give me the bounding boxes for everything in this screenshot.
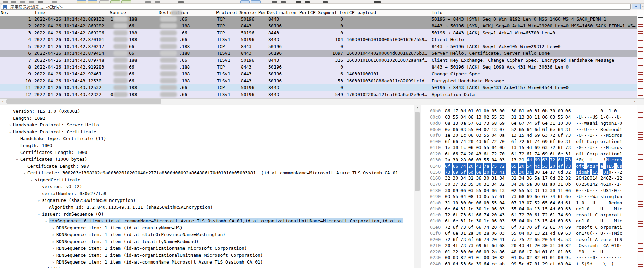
hex-byte[interactable]: 30: [492, 255, 499, 261]
ascii-char[interactable]: 0: [606, 114, 609, 120]
hex-byte[interactable]: 61: [550, 212, 557, 218]
hex-byte[interactable]: 05: [492, 108, 499, 114]
hex-byte[interactable]: 82: [460, 255, 467, 261]
hex-byte[interactable]: 69: [558, 230, 564, 236]
ascii-char[interactable]: S: [595, 114, 598, 120]
ascii-char[interactable]: 4: [595, 175, 598, 181]
ascii-char[interactable]: c: [620, 206, 622, 212]
ascii-char[interactable]: ·: [614, 249, 617, 255]
ascii-char[interactable]: 0: [579, 157, 582, 163]
hex-byte[interactable]: 15: [542, 206, 549, 212]
ascii-char[interactable]: ·: [595, 200, 598, 206]
ascii-char[interactable]: f: [579, 163, 582, 169]
ascii-char[interactable]: 0: [587, 206, 590, 212]
column-header-no[interactable]: No.: [1, 10, 9, 15]
ascii-char[interactable]: o: [576, 230, 579, 236]
ascii-char[interactable]: ·: [606, 206, 609, 212]
hex-byte[interactable]: 72: [492, 138, 499, 145]
column-separator[interactable]: [345, 10, 345, 15]
ascii-char[interactable]: U: [590, 145, 593, 151]
detail-tree-line[interactable]: ›RDNSequence item: 1 item (id-at-localit…: [50, 238, 199, 245]
ascii-char[interactable]: ·: [620, 255, 622, 261]
ascii-char[interactable]: o: [600, 224, 603, 230]
ascii-char[interactable]: 2: [595, 181, 598, 187]
hex-byte[interactable]: 63: [565, 206, 572, 212]
hex-byte[interactable]: 09: [558, 108, 564, 114]
hex-byte[interactable]: 7a: [484, 163, 491, 169]
hex-byte[interactable]: 69: [527, 194, 534, 200]
ascii-char[interactable]: 1: [617, 181, 620, 187]
ascii-char[interactable]: u: [603, 236, 606, 243]
ascii-char[interactable]: o: [609, 224, 611, 230]
ascii-char[interactable]: ·: [579, 255, 582, 261]
hex-byte[interactable]: 06: [468, 132, 475, 138]
hex-byte[interactable]: 04: [492, 132, 499, 138]
hex-byte[interactable]: 01: [542, 255, 549, 261]
hex-byte[interactable]: 32: [445, 175, 452, 181]
ascii-char[interactable]: O: [579, 243, 582, 249]
ascii-char[interactable]: U: [587, 187, 590, 194]
ascii-char[interactable]: s: [584, 243, 587, 249]
ascii-char[interactable]: d: [579, 206, 582, 212]
expanded-arrow-icon[interactable]: ›: [14, 157, 21, 163]
hex-byte[interactable]: 21: [542, 230, 549, 236]
hex-byte[interactable]: 03: [460, 126, 467, 133]
ascii-char[interactable]: 0: [590, 175, 593, 181]
hex-byte[interactable]: 72: [499, 163, 506, 169]
toolbar-icon[interactable]: [52, 1, 57, 3]
hex-byte[interactable]: 21: [519, 157, 526, 163]
hex-byte[interactable]: 73: [511, 194, 518, 200]
ascii-char[interactable]: ·: [584, 187, 587, 194]
expanded-arrow-icon[interactable]: ›: [28, 177, 35, 183]
ascii-char[interactable]: U: [600, 218, 603, 224]
ascii-char[interactable]: R: [609, 200, 611, 206]
hex-row[interactable]: 01006f667420436f72706f726174696f6e31oft …: [421, 138, 637, 145]
hex-row[interactable]: 01f06f6e312a3028060355040313214d6963on1*…: [421, 230, 637, 236]
hex-byte[interactable]: 00: [499, 108, 506, 114]
hex-byte[interactable]: 4f: [558, 163, 564, 169]
ascii-char[interactable]: ·: [584, 157, 587, 163]
ascii-char[interactable]: d: [606, 126, 609, 133]
filter-bookmark-icon[interactable]: [3, 5, 7, 9]
ascii-char[interactable]: ·: [587, 108, 590, 114]
ascii-char[interactable]: ·: [614, 261, 617, 267]
detail-tree-line[interactable]: ›RDNSequence item: 1 item (id-at-commonN…: [50, 259, 263, 266]
hex-byte[interactable]: f7: [527, 249, 534, 255]
column-header-source[interactable]: Source: [110, 10, 126, 15]
ascii-char[interactable]: i: [609, 145, 611, 151]
hex-byte[interactable]: 73: [460, 243, 467, 249]
hex-byte[interactable]: 4c: [535, 163, 541, 169]
hex-byte[interactable]: 65: [542, 200, 549, 206]
hex-byte[interactable]: 30: [453, 132, 460, 138]
ascii-char[interactable]: *: [576, 157, 579, 163]
ascii-char[interactable]: 5: [584, 181, 587, 187]
ascii-char[interactable]: 0: [603, 169, 606, 175]
hex-byte[interactable]: 32: [565, 175, 572, 181]
hex-byte[interactable]: 5c: [519, 261, 526, 267]
ascii-char[interactable]: ): [611, 261, 614, 267]
hex-byte[interactable]: 6e: [535, 194, 541, 200]
ascii-char[interactable]: s: [582, 212, 584, 218]
hex-byte[interactable]: 72: [519, 151, 526, 157]
hex-byte[interactable]: 01: [550, 255, 557, 261]
hex-byte[interactable]: 03: [445, 114, 452, 120]
column-separator[interactable]: [157, 10, 157, 15]
hex-byte[interactable]: 31: [535, 187, 541, 194]
hex-byte[interactable]: 64: [558, 126, 564, 133]
ascii-char[interactable]: ·: [584, 145, 587, 151]
hex-byte[interactable]: 48: [511, 249, 518, 255]
ascii-char[interactable]: ·: [595, 187, 598, 194]
hex-byte[interactable]: 32: [511, 175, 518, 181]
hex-row[interactable]: 01d06f6e311e301c060355040b13154d6963on1·…: [421, 218, 637, 224]
ascii-char[interactable]: ·: [600, 200, 603, 206]
detail-tree-line[interactable]: ›Certificate: 308203e1308202c9a003020102…: [21, 170, 401, 176]
ascii-char[interactable]: U: [600, 206, 603, 212]
hex-byte[interactable]: 72: [542, 224, 549, 230]
ascii-char[interactable]: s: [582, 236, 584, 243]
expanded-arrow-icon[interactable]: ›: [35, 211, 42, 218]
hex-byte[interactable]: 06: [542, 114, 549, 120]
hex-byte[interactable]: 31: [511, 114, 518, 120]
ascii-char[interactable]: ·: [592, 261, 595, 267]
hex-byte[interactable]: 82: [499, 255, 506, 261]
hex-byte[interactable]: 72: [445, 224, 452, 230]
